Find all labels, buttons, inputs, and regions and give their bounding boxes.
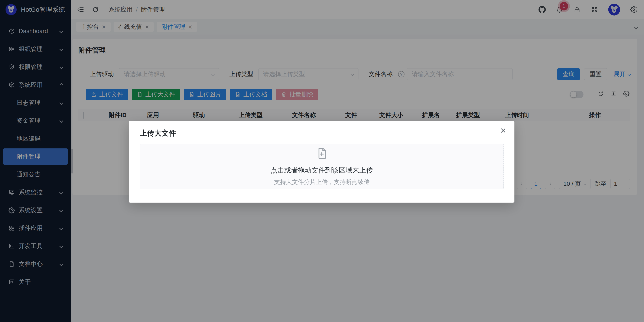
modal-close-icon[interactable]: × xyxy=(500,126,506,135)
upload-big-file-modal: 上传大文件 × 点击或者拖动文件到该区域来上传 支持大文件分片上传，支持断点续传 xyxy=(129,121,514,203)
file-plus-icon xyxy=(316,147,328,161)
modal-title: 上传大文件 xyxy=(140,128,504,138)
dropzone-sub-text: 支持大文件分片上传，支持断点续传 xyxy=(274,178,370,186)
file-dropzone[interactable]: 点击或者拖动文件到该区域来上传 支持大文件分片上传，支持断点续传 xyxy=(140,144,504,189)
dropzone-main-text: 点击或者拖动文件到该区域来上传 xyxy=(271,166,373,175)
